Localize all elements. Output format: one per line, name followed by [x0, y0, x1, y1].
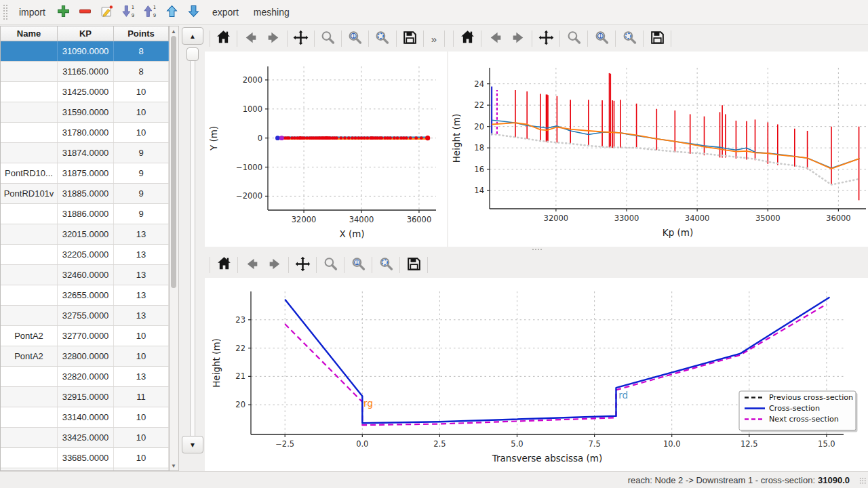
navigator-thumb[interactable] — [186, 47, 199, 61]
import-button[interactable]: import — [12, 3, 52, 21]
cell-points: 13 — [114, 245, 169, 264]
zoom-1-button[interactable]: 1 — [590, 28, 613, 49]
column-header-name[interactable]: Name — [1, 26, 58, 41]
cross-section-panel: 1 −2.50.02.55.07.510.012.515.020212223Tr… — [205, 252, 868, 471]
table-row[interactable]: 32015.000013 — [1, 224, 169, 245]
edit-section-button[interactable] — [97, 3, 117, 22]
save-icon — [649, 29, 666, 49]
zoom-1-icon: 1 — [347, 29, 363, 49]
sort-ascending-button[interactable]: 19 — [119, 3, 139, 22]
cell-name — [1, 367, 58, 386]
pan-button[interactable] — [291, 254, 314, 276]
table-scrollbar[interactable]: ▲ ▼ — [170, 26, 179, 471]
back-button[interactable] — [240, 254, 263, 276]
cell-name — [1, 123, 58, 142]
cross-section-chart[interactable]: −2.50.02.55.07.510.012.515.020212223Tran… — [205, 278, 868, 471]
zoom-button[interactable] — [319, 254, 342, 276]
zoom-1-button[interactable]: 1 — [347, 254, 370, 276]
zoom-button[interactable] — [562, 28, 585, 49]
toolbar-separator — [615, 30, 616, 47]
table-row[interactable]: 31886.00009 — [1, 204, 169, 224]
cell-name — [1, 245, 58, 264]
zoom-extent-button[interactable] — [374, 254, 397, 276]
svg-text:32000: 32000 — [292, 215, 317, 224]
zoom-1-button[interactable]: 1 — [344, 28, 366, 49]
cell-kp: 31425.0000 — [58, 82, 114, 102]
table-row[interactable]: 32820.000013 — [1, 367, 169, 387]
export-button[interactable]: export — [205, 3, 245, 21]
longitudinal-profile-chart[interactable]: 3200033000340003500036000141618202224Kp … — [448, 52, 868, 247]
zoom-extent-button[interactable] — [371, 28, 393, 49]
cross-sections-table: Name KP Points 31090.0000831165.00008314… — [0, 26, 170, 471]
scroll-down-icon[interactable]: ▼ — [170, 462, 178, 470]
add-section-button[interactable] — [54, 3, 74, 22]
table-row[interactable]: 31165.00008 — [1, 62, 169, 82]
move-down-button[interactable] — [184, 3, 204, 22]
table-row[interactable]: 31425.000010 — [1, 82, 169, 102]
table-row[interactable]: 33425.000010 — [1, 428, 169, 448]
table-row[interactable]: 33685.000010 — [1, 448, 169, 468]
table-row[interactable]: 31590.000010 — [1, 102, 169, 123]
svg-text:−2000: −2000 — [236, 191, 262, 201]
pan-button[interactable] — [534, 28, 557, 49]
plan-view-chart[interactable]: 320003400036000−2000−1000010002000X (m)Y… — [205, 52, 447, 247]
meshing-button[interactable]: meshing — [247, 3, 296, 21]
sort-descending-button[interactable]: 19 — [140, 3, 161, 22]
table-row[interactable]: PontRD101v31885.00009 — [1, 184, 169, 204]
forward-button[interactable] — [263, 254, 286, 276]
svg-text:20: 20 — [474, 122, 484, 131]
home-button[interactable] — [212, 28, 235, 49]
table-row[interactable]: PontA232800.000010 — [1, 346, 169, 367]
move-up-button[interactable] — [162, 3, 182, 22]
cell-points: 13 — [114, 224, 169, 244]
table-row[interactable]: 32655.000013 — [1, 285, 169, 306]
home-button[interactable] — [456, 28, 479, 49]
toolbar-separator — [587, 30, 588, 47]
svg-text:9: 9 — [153, 12, 156, 17]
table-row[interactable]: 32460.000013 — [1, 265, 169, 285]
table-row[interactable]: 32755.000013 — [1, 306, 169, 326]
table-header: Name KP Points — [1, 26, 169, 41]
zoom-button[interactable] — [317, 28, 339, 49]
save-button[interactable] — [399, 28, 421, 49]
table-row[interactable]: 32205.000013 — [1, 245, 169, 265]
svg-text:Previous cross-section: Previous cross-section — [769, 393, 853, 402]
home-button[interactable] — [212, 254, 235, 276]
table-row[interactable]: PontA232770.000010 — [1, 326, 169, 346]
navigate-up-button[interactable]: ▲ — [182, 27, 203, 45]
svg-text:12.5: 12.5 — [741, 439, 758, 449]
column-header-kp[interactable]: KP — [58, 26, 114, 41]
table-row[interactable]: 31874.00009 — [1, 143, 169, 163]
column-header-points[interactable]: Points — [114, 26, 169, 41]
remove-section-button[interactable] — [75, 3, 96, 22]
save-button[interactable] — [646, 28, 669, 49]
back-button[interactable] — [484, 28, 507, 49]
cell-points: 10 — [114, 102, 169, 122]
zoom-1-icon: 1 — [350, 256, 367, 275]
scroll-up-icon[interactable]: ▲ — [170, 27, 178, 35]
table-row[interactable]: 32915.000011 — [1, 387, 169, 407]
home-icon — [215, 29, 232, 49]
table-scrollbar-thumb[interactable] — [171, 36, 176, 288]
table-row[interactable]: PontRD10...31875.00009 — [1, 163, 169, 184]
svg-text:rd: rd — [618, 390, 628, 401]
save-button[interactable] — [402, 254, 425, 276]
toolbar-overflow-icon[interactable]: » — [426, 33, 442, 45]
table-row[interactable]: 31780.000010 — [1, 123, 169, 143]
navigate-down-button[interactable]: ▼ — [182, 436, 203, 453]
forward-button[interactable] — [262, 28, 284, 49]
navigator-track[interactable] — [190, 47, 195, 453]
svg-text:Height (m): Height (m) — [451, 114, 462, 163]
back-button[interactable] — [239, 28, 262, 49]
forward-button[interactable] — [507, 28, 530, 49]
zoom-extent-button[interactable] — [618, 28, 641, 49]
cell-kp: 31885.0000 — [58, 184, 114, 203]
table-row[interactable]: 31090.00008 — [1, 41, 169, 62]
toolbar-grip[interactable] — [2, 3, 8, 21]
cell-kp: 33140.0000 — [58, 407, 114, 427]
svg-text:−2.5: −2.5 — [275, 439, 294, 449]
resize-grip[interactable] — [859, 477, 866, 484]
pan-button[interactable] — [290, 28, 312, 49]
horizontal-splitter[interactable] — [205, 247, 868, 252]
table-row[interactable]: 33140.000010 — [1, 407, 169, 428]
